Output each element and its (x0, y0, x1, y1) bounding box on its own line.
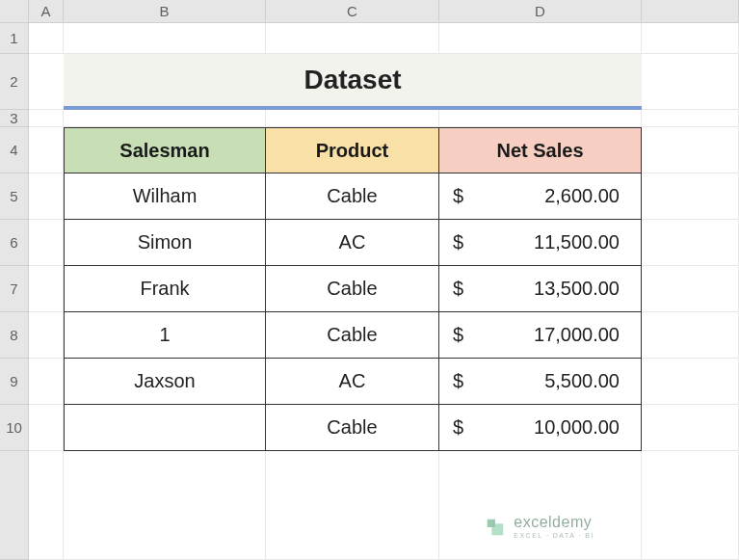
cell-E3[interactable] (642, 110, 739, 127)
cell-E7[interactable] (642, 266, 739, 312)
cell-salesman-2[interactable]: Frank (64, 266, 266, 312)
table-header-salesman[interactable]: Salesman (64, 127, 266, 173)
currency-symbol: $ (453, 324, 463, 346)
row-header-blank (0, 451, 29, 560)
cell-E1[interactable] (642, 23, 739, 54)
cell-netsales-4[interactable]: $ 5,500.00 (439, 359, 642, 405)
table-header-product[interactable]: Product (266, 127, 439, 173)
cell-E4[interactable] (642, 127, 739, 173)
row-header-7[interactable]: 7 (0, 266, 29, 312)
spreadsheet-grid: A B C D 1 2 3 4 5 6 7 8 9 10 Dataset Sal… (0, 0, 739, 560)
col-header-B[interactable]: B (64, 0, 266, 23)
cell-netsales-2[interactable]: $ 13,500.00 (439, 266, 642, 312)
cell-A-blank[interactable] (29, 451, 64, 560)
row-header-6[interactable]: 6 (0, 220, 29, 266)
row-header-8[interactable]: 8 (0, 312, 29, 359)
currency-symbol: $ (453, 278, 463, 300)
cell-A3[interactable] (29, 110, 64, 127)
netsales-value: 10,000.00 (534, 416, 620, 439)
cell-A5[interactable] (29, 173, 64, 220)
col-header-D[interactable]: D (439, 0, 642, 23)
currency-symbol: $ (453, 185, 463, 207)
watermark-sub: EXCEL · DATA · BI (514, 532, 594, 539)
cell-netsales-3[interactable]: $ 17,000.00 (439, 312, 642, 359)
col-header-A[interactable]: A (29, 0, 64, 23)
cell-netsales-5[interactable]: $ 10,000.00 (439, 405, 642, 451)
cell-C3[interactable] (266, 110, 439, 127)
row-header-1[interactable]: 1 (0, 23, 29, 54)
cell-E-blank[interactable] (642, 451, 739, 560)
cell-product-1[interactable]: AC (266, 220, 439, 266)
cell-B-blank[interactable] (64, 451, 266, 560)
row-header-3[interactable]: 3 (0, 110, 29, 127)
currency-symbol: $ (453, 370, 463, 392)
netsales-value: 13,500.00 (534, 278, 620, 300)
col-header-blank (642, 0, 739, 23)
cell-A7[interactable] (29, 266, 64, 312)
row-header-2[interactable]: 2 (0, 54, 29, 110)
cell-E10[interactable] (642, 405, 739, 451)
currency-symbol: $ (453, 416, 463, 439)
netsales-value: 17,000.00 (534, 324, 620, 346)
select-all-corner[interactable] (0, 0, 29, 23)
cell-product-3[interactable]: Cable (266, 312, 439, 359)
cell-E6[interactable] (642, 220, 739, 266)
cell-salesman-1[interactable]: Simon (64, 220, 266, 266)
cell-B1[interactable] (64, 23, 266, 54)
cell-salesman-5[interactable] (64, 405, 266, 451)
cell-A9[interactable] (29, 359, 64, 405)
watermark: exceldemy EXCEL · DATA · BI (485, 515, 594, 539)
currency-symbol: $ (453, 231, 463, 253)
cell-A1[interactable] (29, 23, 64, 54)
cell-A10[interactable] (29, 405, 64, 451)
row-header-10[interactable]: 10 (0, 405, 29, 451)
cell-netsales-1[interactable]: $ 11,500.00 (439, 220, 642, 266)
cell-B3[interactable] (64, 110, 266, 127)
cell-product-2[interactable]: Cable (266, 266, 439, 312)
cell-D3[interactable] (439, 110, 642, 127)
cell-E8[interactable] (642, 312, 739, 359)
cell-product-5[interactable]: Cable (266, 405, 439, 451)
cell-A6[interactable] (29, 220, 64, 266)
netsales-value: 11,500.00 (534, 231, 620, 253)
dataset-title[interactable]: Dataset (64, 54, 642, 110)
cell-E2[interactable] (642, 54, 739, 110)
watermark-main: exceldemy (514, 515, 594, 530)
cell-E9[interactable] (642, 359, 739, 405)
cell-salesman-3[interactable]: 1 (64, 312, 266, 359)
cell-E5[interactable] (642, 173, 739, 220)
cell-salesman-0[interactable]: Wilham (64, 173, 266, 220)
row-header-9[interactable]: 9 (0, 359, 29, 405)
cell-product-4[interactable]: AC (266, 359, 439, 405)
cell-C1[interactable] (266, 23, 439, 54)
row-header-5[interactable]: 5 (0, 173, 29, 220)
cell-product-0[interactable]: Cable (266, 173, 439, 220)
cell-A8[interactable] (29, 312, 64, 359)
cell-salesman-4[interactable]: Jaxson (64, 359, 266, 405)
netsales-value: 2,600.00 (544, 185, 620, 207)
cell-D-blank[interactable] (439, 451, 642, 560)
cell-D1[interactable] (439, 23, 642, 54)
col-header-C[interactable]: C (266, 0, 439, 23)
row-header-4[interactable]: 4 (0, 127, 29, 173)
netsales-value: 5,500.00 (544, 370, 620, 392)
table-header-netsales[interactable]: Net Sales (439, 127, 642, 173)
exceldemy-logo-icon (485, 517, 506, 538)
cell-A4[interactable] (29, 127, 64, 173)
cell-netsales-0[interactable]: $ 2,600.00 (439, 173, 642, 220)
cell-C-blank[interactable] (266, 451, 439, 560)
